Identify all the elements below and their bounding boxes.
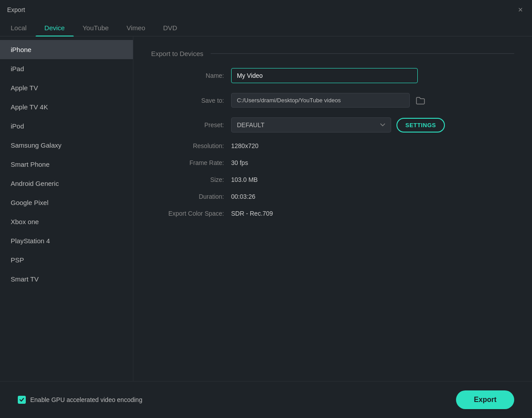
frame-rate-value: 30 fps (231, 159, 248, 166)
browse-folder-button[interactable] (414, 95, 427, 106)
gpu-label: Enable GPU accelerated video encoding (30, 396, 142, 403)
size-label: Size: (151, 176, 231, 183)
main-panel: Export to Devices Name: Save to: C:/User… (133, 36, 532, 381)
settings-button[interactable]: SETTINGS (396, 118, 445, 133)
tab-vimeo[interactable]: Vimeo (118, 20, 154, 36)
save-to-path: C:/Users/drami/Desktop/YouTube videos (231, 93, 410, 108)
color-space-row: Export Color Space: SDR - Rec.709 (151, 210, 514, 217)
name-label: Name: (151, 72, 231, 79)
sidebar-item-smart-phone[interactable]: Smart Phone (0, 155, 133, 174)
tab-dvd[interactable]: DVD (154, 20, 186, 36)
sidebar-item-iphone[interactable]: iPhone (0, 40, 133, 59)
tab-youtube[interactable]: YouTube (74, 20, 118, 36)
sidebar-item-apple-tv[interactable]: Apple TV (0, 78, 133, 97)
color-space-label: Export Color Space: (151, 210, 231, 217)
save-to-label: Save to: (151, 97, 231, 104)
window-title: Export (7, 6, 25, 13)
frame-rate-row: Frame Rate: 30 fps (151, 159, 514, 166)
sidebar-item-ipad[interactable]: iPad (0, 59, 133, 78)
resolution-row: Resolution: 1280x720 (151, 142, 514, 149)
size-row: Size: 103.0 MB (151, 176, 514, 183)
gpu-checkbox-row: Enable GPU accelerated video encoding (18, 396, 142, 404)
tab-local[interactable]: Local (11, 20, 36, 36)
export-button[interactable]: Export (456, 390, 514, 409)
section-title: Export to Devices (151, 50, 514, 57)
duration-label: Duration: (151, 193, 231, 200)
frame-rate-label: Frame Rate: (151, 159, 231, 166)
tab-device[interactable]: Device (36, 20, 74, 36)
size-value: 103.0 MB (231, 176, 258, 183)
sidebar-item-android-generic[interactable]: Android Generic (0, 174, 133, 193)
duration-value: 00:03:26 (231, 193, 256, 200)
sidebar-item-psp[interactable]: PSP (0, 250, 133, 269)
export-window: Export × Local Device YouTube Vimeo DVD … (0, 0, 532, 418)
footer: Enable GPU accelerated video encoding Ex… (0, 381, 532, 418)
sidebar-item-apple-tv-4k[interactable]: Apple TV 4K (0, 97, 133, 117)
color-space-value: SDR - Rec.709 (231, 210, 273, 217)
content-area: iPhone iPad Apple TV Apple TV 4K iPod Sa… (0, 36, 532, 381)
save-to-container: C:/Users/drami/Desktop/YouTube videos (231, 93, 427, 108)
tab-bar: Local Device YouTube Vimeo DVD (0, 20, 532, 36)
resolution-label: Resolution: (151, 142, 231, 149)
duration-row: Duration: 00:03:26 (151, 193, 514, 200)
preset-select[interactable]: DEFAULT High Quality Medium Quality Low … (231, 117, 391, 133)
sidebar-item-samsung-galaxy[interactable]: Samsung Galaxy (0, 136, 133, 155)
device-sidebar: iPhone iPad Apple TV Apple TV 4K iPod Sa… (0, 36, 133, 381)
close-button[interactable]: × (516, 5, 525, 14)
sidebar-item-xbox-one[interactable]: Xbox one (0, 212, 133, 231)
name-row: Name: (151, 68, 514, 83)
checkmark-icon (19, 397, 24, 402)
sidebar-item-ipod[interactable]: iPod (0, 117, 133, 136)
preset-label: Preset: (151, 121, 231, 129)
sidebar-item-playstation-4[interactable]: PlayStation 4 (0, 231, 133, 250)
folder-icon (416, 96, 425, 104)
preset-row: Preset: DEFAULT High Quality Medium Qual… (151, 117, 514, 133)
gpu-checkbox[interactable] (18, 396, 26, 404)
name-input[interactable] (231, 68, 418, 83)
sidebar-item-smart-tv[interactable]: Smart TV (0, 269, 133, 289)
resolution-value: 1280x720 (231, 142, 259, 149)
save-to-row: Save to: C:/Users/drami/Desktop/YouTube … (151, 93, 514, 108)
title-bar: Export × (0, 0, 532, 20)
preset-container: DEFAULT High Quality Medium Quality Low … (231, 117, 445, 133)
sidebar-item-google-pixel[interactable]: Google Pixel (0, 193, 133, 212)
